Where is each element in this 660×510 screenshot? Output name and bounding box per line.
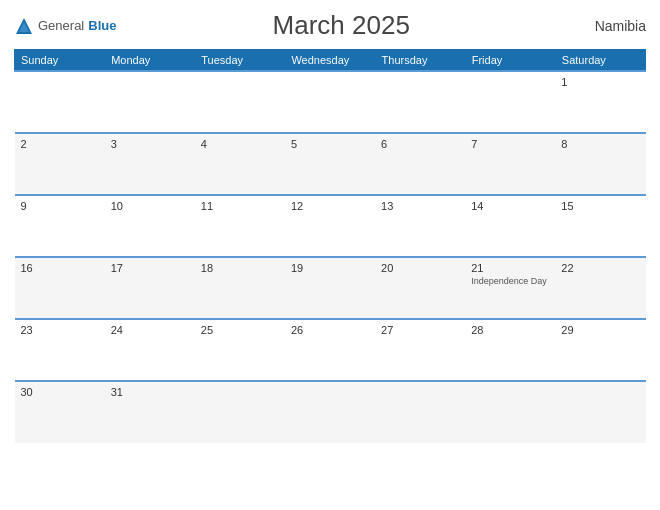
calendar-cell [465,381,555,443]
calendar-cell: 23 [15,319,105,381]
calendar-week-row: 161718192021Independence Day22 [15,257,646,319]
country-label: Namibia [566,18,646,34]
calendar-cell: 21Independence Day [465,257,555,319]
day-number: 9 [21,200,99,212]
calendar-cell: 29 [555,319,645,381]
col-friday: Friday [465,50,555,72]
calendar-cell: 2 [15,133,105,195]
calendar-cell: 11 [195,195,285,257]
calendar-cell [195,71,285,133]
day-number: 24 [111,324,189,336]
calendar-cell [465,71,555,133]
logo-blue-text: Blue [88,18,116,33]
calendar-cell: 16 [15,257,105,319]
calendar-header-row: Sunday Monday Tuesday Wednesday Thursday… [15,50,646,72]
calendar-week-row: 1 [15,71,646,133]
calendar-cell [555,381,645,443]
day-number: 3 [111,138,189,150]
day-number: 22 [561,262,639,274]
day-number: 1 [561,76,639,88]
calendar-cell [375,381,465,443]
logo-general-text: General [38,18,84,33]
day-number: 10 [111,200,189,212]
day-number: 19 [291,262,369,274]
calendar-cell: 27 [375,319,465,381]
logo-icon [14,16,34,36]
logo: General Blue [14,16,116,36]
day-number: 16 [21,262,99,274]
col-thursday: Thursday [375,50,465,72]
calendar-cell: 8 [555,133,645,195]
day-number: 8 [561,138,639,150]
calendar-cell [285,71,375,133]
page: General Blue March 2025 Namibia Sunday M… [0,0,660,510]
calendar-cell: 28 [465,319,555,381]
day-number: 28 [471,324,549,336]
calendar-cell: 9 [15,195,105,257]
calendar-cell: 4 [195,133,285,195]
calendar-cell: 18 [195,257,285,319]
calendar-week-row: 3031 [15,381,646,443]
day-number: 12 [291,200,369,212]
calendar-cell: 13 [375,195,465,257]
calendar-cell: 17 [105,257,195,319]
calendar-cell [105,71,195,133]
calendar-cell [375,71,465,133]
calendar-cell: 30 [15,381,105,443]
calendar-cell: 3 [105,133,195,195]
calendar-cell: 7 [465,133,555,195]
calendar-cell: 14 [465,195,555,257]
day-event: Independence Day [471,276,549,288]
header: General Blue March 2025 Namibia [14,10,646,41]
calendar-cell: 31 [105,381,195,443]
day-number: 21 [471,262,549,274]
calendar-week-row: 23242526272829 [15,319,646,381]
col-wednesday: Wednesday [285,50,375,72]
calendar-cell [195,381,285,443]
calendar-cell: 5 [285,133,375,195]
col-sunday: Sunday [15,50,105,72]
day-number: 2 [21,138,99,150]
day-number: 4 [201,138,279,150]
day-number: 30 [21,386,99,398]
day-number: 15 [561,200,639,212]
calendar-cell [285,381,375,443]
calendar-week-row: 9101112131415 [15,195,646,257]
calendar-cell: 19 [285,257,375,319]
col-tuesday: Tuesday [195,50,285,72]
calendar-cell: 26 [285,319,375,381]
day-number: 14 [471,200,549,212]
day-number: 27 [381,324,459,336]
calendar-cell: 15 [555,195,645,257]
day-number: 17 [111,262,189,274]
calendar-cell: 1 [555,71,645,133]
col-saturday: Saturday [555,50,645,72]
day-number: 29 [561,324,639,336]
calendar-cell: 22 [555,257,645,319]
day-number: 5 [291,138,369,150]
calendar-week-row: 2345678 [15,133,646,195]
day-number: 6 [381,138,459,150]
day-number: 13 [381,200,459,212]
calendar-cell: 10 [105,195,195,257]
day-number: 7 [471,138,549,150]
day-number: 31 [111,386,189,398]
calendar-cell: 6 [375,133,465,195]
calendar-cell: 12 [285,195,375,257]
calendar-table: Sunday Monday Tuesday Wednesday Thursday… [14,49,646,443]
calendar-cell: 24 [105,319,195,381]
day-number: 25 [201,324,279,336]
calendar-title: March 2025 [116,10,566,41]
day-number: 20 [381,262,459,274]
calendar-cell: 25 [195,319,285,381]
day-number: 11 [201,200,279,212]
calendar-cell [15,71,105,133]
col-monday: Monday [105,50,195,72]
day-number: 18 [201,262,279,274]
day-number: 26 [291,324,369,336]
day-number: 23 [21,324,99,336]
calendar-cell: 20 [375,257,465,319]
